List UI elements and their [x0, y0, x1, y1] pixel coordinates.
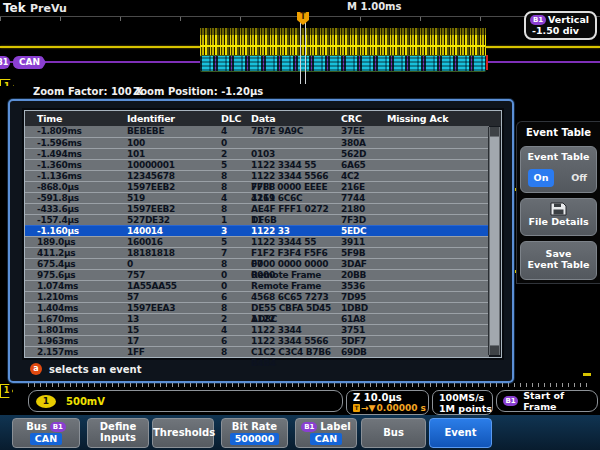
cell-time: 1.670ms	[37, 314, 127, 325]
cell-crc: 3751	[341, 325, 387, 336]
cell-identifier: 519	[127, 193, 221, 204]
bus-button[interactable]: Bus B1 CAN	[12, 418, 80, 448]
cell-data: 1122 3344 55	[251, 237, 341, 248]
cell-missing_ack	[387, 160, 489, 171]
event-table: TimeIdentifierDLCDataCRCMissing Ack -1.8…	[24, 110, 502, 358]
cell-time: -1.494ms	[37, 149, 127, 160]
bit-rate-value: 500000	[230, 433, 280, 445]
channel1-edge-marker: 1	[0, 384, 13, 398]
sample-rate: 100MS/s	[439, 392, 492, 403]
cell-missing_ack	[387, 292, 489, 303]
column-header: DLC	[221, 111, 251, 126]
cell-dlc: 1	[221, 215, 251, 226]
scroll-thumb[interactable]	[490, 137, 499, 345]
label-button[interactable]: B1 Label CAN	[295, 418, 357, 448]
cell-time: 1.210ms	[37, 292, 127, 303]
event-table-header: TimeIdentifierDLCDataCRCMissing Ack	[25, 111, 501, 126]
define-inputs-button[interactable]: Define Inputs	[87, 418, 149, 448]
table-row[interactable]: -591.8µs51944269 6C6C7744	[25, 192, 489, 203]
b1-vertical-readout: B1 Vertical -1.50 div	[524, 11, 597, 40]
b1-badge: B1	[503, 396, 518, 406]
table-row[interactable]: -1.809msBEBEBE47B7E 9A9C37EE	[25, 126, 489, 137]
table-row[interactable]: 411.2µs181818187F1F2 F3F4 F5F6 F75F9B	[25, 247, 489, 258]
table-row[interactable]: 2.157ms1FF8C1C2 C3C4 B7B6 B4B469DB	[25, 346, 489, 357]
cell-time: -1.596ms	[37, 138, 127, 149]
table-row[interactable]: 975.6µs7570Remote Frame20BB	[25, 269, 489, 280]
table-row[interactable]: -433.6µs1597EEB28AE4F FFF1 0272 DF6B2180	[25, 203, 489, 214]
table-row[interactable]: -1.360ms1000000151122 3344 556A65	[25, 159, 489, 170]
toggle-on[interactable]: On	[528, 169, 554, 187]
cell-dlc: 4	[221, 325, 251, 336]
table-row[interactable]: -1.160µs14001431122 335EDC	[25, 225, 489, 236]
channel1-readout: 1 500mV	[28, 390, 343, 412]
column-header: Time	[37, 111, 127, 126]
label-label: Label	[320, 421, 351, 432]
bus-value: CAN	[30, 433, 62, 445]
cell-time: -1.360ms	[37, 160, 127, 171]
channel1-badge: 1	[36, 395, 56, 408]
cell-identifier: 140014	[127, 226, 221, 237]
can-decode-packets	[200, 55, 486, 72]
cell-dlc: 0	[221, 281, 251, 292]
table-row[interactable]: -868.0µs1597EEB28FFFF 0000 EEEE 1111216E	[25, 181, 489, 192]
timebase-readout: M 1.00ms	[347, 1, 401, 12]
scroll-down-cap[interactable]	[490, 346, 499, 355]
edge-marker	[583, 373, 591, 376]
bit-rate-button[interactable]: Bit Rate 500000	[221, 418, 288, 448]
event-table-toggle-button[interactable]: Event Table On Off	[520, 146, 597, 193]
event-table-button[interactable]: Event Table	[429, 418, 492, 448]
record-length: 1M points	[439, 403, 492, 414]
table-row[interactable]: 1.801ms1541122 33443751	[25, 324, 489, 335]
save-event-table-button[interactable]: Save Event Table	[520, 241, 597, 280]
cell-dlc: 5	[221, 160, 251, 171]
vertical-label: Vertical	[548, 14, 589, 25]
table-row[interactable]: 1.404ms1597EEA38DE55 CBFA 5D45 AD8C1DBD	[25, 302, 489, 313]
trigger-position-flag[interactable]: T	[297, 12, 309, 25]
cell-time: -157.4µs	[37, 215, 127, 226]
acquisition-mode-label: PreVu	[30, 2, 67, 15]
toggle-off[interactable]: Off	[571, 172, 587, 183]
cell-dlc: 6	[221, 292, 251, 303]
file-details-label: File Details	[521, 216, 596, 227]
cell-data	[251, 138, 341, 149]
table-row[interactable]: 675.4µs080000 0000 0000 00003DAF	[25, 258, 489, 269]
label-value: CAN	[310, 433, 342, 445]
cell-missing_ack	[387, 281, 489, 292]
table-row[interactable]: -157.4µs527DE321117F3D	[25, 214, 489, 225]
trigger-glyph: →▼	[361, 403, 375, 413]
table-row[interactable]: -1.596ms1000380A	[25, 137, 489, 148]
zoom-window-line[interactable]	[305, 18, 306, 84]
cell-identifier: BEBEBE	[127, 126, 221, 137]
dialog-footer: a selects an event	[30, 362, 141, 376]
cell-missing_ack	[387, 314, 489, 325]
table-row[interactable]: -1.136ms1234567881122 3344 5566 77884C2	[25, 170, 489, 181]
oscilloscope-screen: Tek PreVu M 1.00ms T B1 CAN 1 B1 Vertica…	[0, 0, 600, 450]
cell-identifier: 101	[127, 149, 221, 160]
cell-time: 975.6µs	[37, 270, 127, 281]
cell-missing_ack	[387, 215, 489, 226]
scroll-up-cap[interactable]	[490, 127, 499, 136]
file-details-button[interactable]: File Details	[520, 198, 597, 236]
cell-data: Remote Frame	[251, 281, 341, 292]
table-row[interactable]: -1.494ms10120103562D	[25, 148, 489, 159]
table-row[interactable]: 1.963ms1761122 3344 55665DF7	[25, 335, 489, 346]
table-row[interactable]: 1.670ms132112261A8	[25, 313, 489, 324]
zoom-window-line[interactable]	[300, 18, 301, 84]
cell-time: 189.0µs	[37, 237, 127, 248]
table-row[interactable]: 1.210ms5764568 6C65 72737D95	[25, 291, 489, 302]
thresholds-button[interactable]: Thresholds	[152, 418, 214, 448]
bus-can-label: CAN	[13, 56, 46, 69]
table-row[interactable]: 189.0µs16001651122 3344 553911	[25, 236, 489, 247]
bus-display-button[interactable]: Bus Display	[361, 418, 426, 448]
cell-dlc: 2	[221, 314, 251, 325]
channel1-burst-shade	[200, 28, 486, 35]
define-label-2: Inputs	[88, 432, 148, 443]
cell-data: 1122 3344 55	[251, 160, 341, 171]
cell-identifier: 13	[127, 314, 221, 325]
zoom-scale-value: Z 10.0µs	[353, 392, 428, 403]
bottom-menu-bar: Bus B1 CAN Define Inputs Thresholds Bit …	[0, 415, 600, 450]
table-row[interactable]: 1.074ms1A55AA550Remote Frame3536	[25, 280, 489, 291]
vertical-value: -1.50 div	[530, 25, 595, 36]
cell-data: Remote Frame	[251, 270, 341, 281]
scrollbar[interactable]	[488, 127, 500, 355]
